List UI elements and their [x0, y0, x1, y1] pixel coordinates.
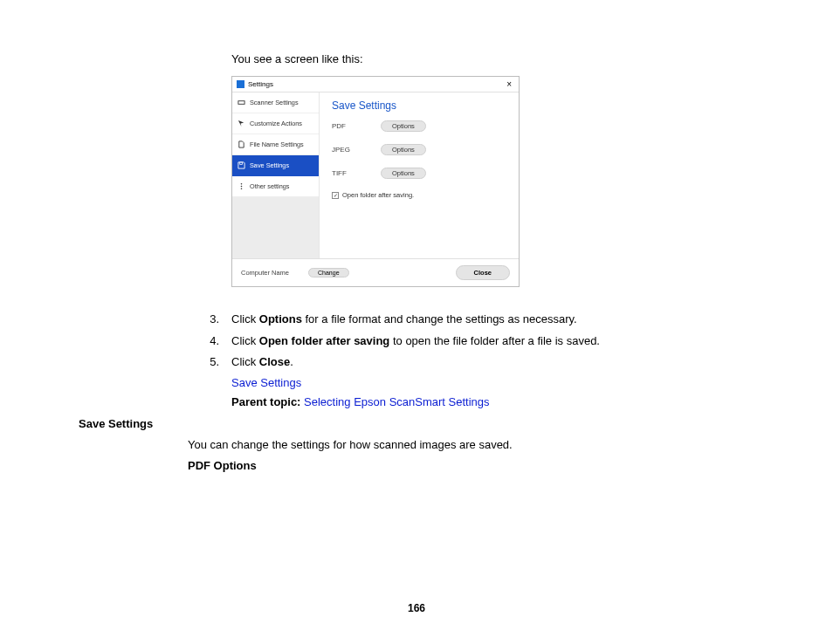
- svg-point-4: [241, 188, 243, 189]
- sidebar-item-scanner-settings[interactable]: Scanner Settings: [232, 92, 319, 113]
- save-icon: [238, 161, 245, 169]
- svg-point-2: [241, 183, 243, 185]
- parent-topic-link[interactable]: Selecting Epson ScanSmart Settings: [304, 395, 489, 408]
- row-tiff: TIFF Options: [332, 168, 510, 179]
- more-icon: [238, 182, 245, 190]
- parent-topic-label: Parent topic:: [231, 395, 304, 408]
- step-5: 5. Click Close.: [196, 354, 754, 370]
- sidebar-item-other-settings[interactable]: Other settings: [232, 176, 319, 197]
- cursor-icon: [238, 120, 245, 127]
- step-number: 3.: [196, 312, 219, 327]
- open-folder-checkbox[interactable]: ✓: [332, 192, 339, 199]
- page-number: 166: [0, 602, 833, 614]
- options-button-tiff[interactable]: Options: [381, 168, 426, 179]
- svg-point-3: [241, 186, 243, 188]
- step-text: Click Open folder after saving to open t…: [231, 333, 754, 349]
- pdf-options-heading: PDF Options: [188, 459, 754, 472]
- save-settings-panel: Save Settings PDF Options JPEG Options T…: [320, 92, 519, 258]
- intro-text: You see a screen like this:: [231, 52, 754, 65]
- options-button-pdf[interactable]: Options: [381, 120, 426, 132]
- sidebar-item-label: Scanner Settings: [250, 99, 299, 106]
- sidebar-nav: Scanner Settings Customize Actions File …: [232, 92, 320, 258]
- dialog-titlebar: Settings ×: [232, 77, 519, 92]
- file-icon: [238, 140, 245, 148]
- step-3: 3. Click Options for a file format and c…: [196, 312, 754, 327]
- sidebar-item-label: File Name Settings: [250, 140, 304, 148]
- computer-name-label: Computer Name: [241, 269, 289, 277]
- change-button[interactable]: Change: [308, 268, 349, 277]
- svg-rect-0: [238, 101, 244, 105]
- save-settings-link[interactable]: Save Settings: [231, 376, 301, 389]
- settings-dialog: Settings × Scanner Settings: [231, 76, 520, 287]
- section-body-text: You can change the settings for how scan…: [188, 438, 754, 451]
- sidebar-item-label: Other settings: [250, 182, 289, 190]
- save-settings-link-line: Save Settings: [231, 376, 754, 389]
- app-icon: [237, 80, 244, 88]
- step-number: 5.: [196, 354, 219, 370]
- step-text: Click Options for a file format and chan…: [231, 312, 754, 327]
- close-icon[interactable]: ×: [504, 79, 514, 89]
- sidebar-empty-area: [232, 197, 319, 258]
- parent-topic-line: Parent topic: Selecting Epson ScanSmart …: [231, 395, 754, 408]
- sidebar-item-file-name-settings[interactable]: File Name Settings: [232, 134, 319, 155]
- sidebar-item-label: Save Settings: [250, 161, 289, 169]
- format-label-pdf: PDF: [332, 122, 358, 130]
- row-pdf: PDF Options: [332, 120, 510, 132]
- format-label-tiff: TIFF: [332, 169, 358, 177]
- sidebar-item-label: Customize Actions: [250, 120, 302, 127]
- step-text: Click Close.: [231, 354, 754, 370]
- step-list: 3. Click Options for a file format and c…: [196, 312, 754, 370]
- sidebar-item-save-settings[interactable]: Save Settings: [232, 155, 319, 176]
- screenshot-figure: Settings × Scanner Settings: [231, 76, 754, 287]
- row-jpeg: JPEG Options: [332, 144, 510, 155]
- section-heading-save-settings: Save Settings: [79, 417, 754, 430]
- options-button-jpeg[interactable]: Options: [381, 144, 426, 155]
- panel-title: Save Settings: [332, 99, 510, 112]
- open-folder-row: ✓ Open folder after saving.: [332, 191, 510, 199]
- step-number: 4.: [196, 333, 219, 349]
- format-label-jpeg: JPEG: [332, 146, 358, 154]
- dialog-footer: Computer Name Change Close: [232, 258, 519, 286]
- step-4: 4. Click Open folder after saving to ope…: [196, 333, 754, 349]
- open-folder-label: Open folder after saving.: [342, 191, 414, 199]
- close-button[interactable]: Close: [456, 265, 510, 280]
- dialog-title: Settings: [248, 80, 273, 88]
- sidebar-item-customize-actions[interactable]: Customize Actions: [232, 113, 319, 134]
- scanner-icon: [238, 99, 245, 106]
